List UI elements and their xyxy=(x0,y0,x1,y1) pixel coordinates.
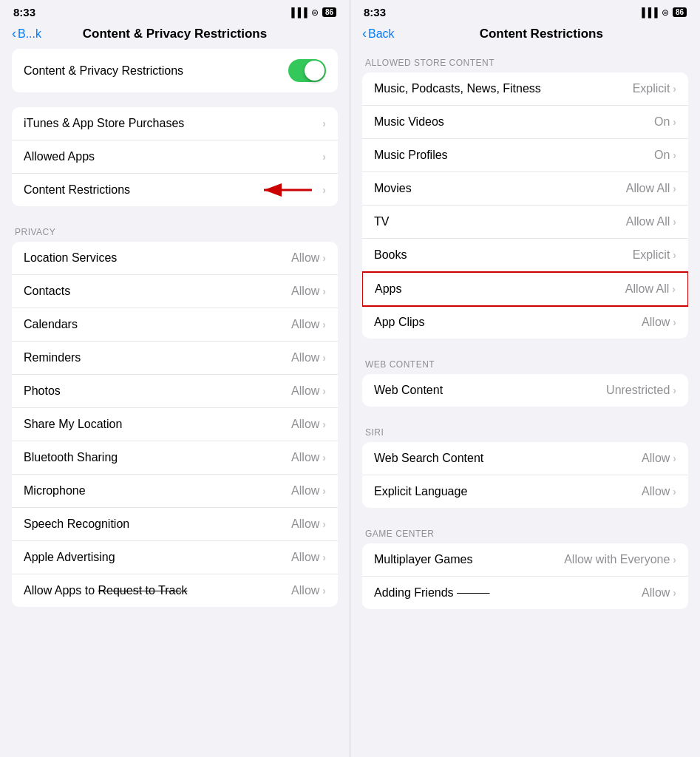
music-podcasts-label: Music, Podcasts, News, Fitness xyxy=(374,82,541,95)
allow-apps-track-label: Allow Apps to Request to Track xyxy=(24,584,187,597)
explicit-language-row[interactable]: Explicit Language Allow › xyxy=(362,475,688,508)
web-search-content-label: Web Search Content xyxy=(374,452,483,465)
music-podcasts-row[interactable]: Music, Podcasts, News, Fitness Explicit … xyxy=(362,72,688,106)
share-my-location-row[interactable]: Share My Location Allow › xyxy=(12,408,338,441)
speech-recognition-chevron: › xyxy=(322,518,326,530)
adding-friends-value: Allow xyxy=(642,586,670,600)
web-search-content-row[interactable]: Web Search Content Allow › xyxy=(362,442,688,475)
music-profiles-chevron: › xyxy=(673,149,676,161)
itunes-right: › xyxy=(322,118,326,129)
photos-label: Photos xyxy=(24,384,61,398)
calendars-row[interactable]: Calendars Allow › xyxy=(12,308,338,342)
toggle-section[interactable]: Content & Privacy Restrictions xyxy=(12,49,338,92)
game-center-group: Multiplayer Games Allow with Everyone › … xyxy=(362,543,688,609)
web-content-value: Unrestricted xyxy=(606,384,670,397)
music-videos-value: On xyxy=(654,115,670,129)
allow-apps-track-row[interactable]: Allow Apps to Request to Track Allow › xyxy=(12,574,338,607)
web-content-row[interactable]: Web Content Unrestricted › xyxy=(362,374,688,407)
tv-right: Allow All › xyxy=(626,215,676,228)
photos-chevron: › xyxy=(322,385,326,397)
wifi-icon-right: ⊜ xyxy=(662,7,669,18)
books-row[interactable]: Books Explicit › xyxy=(362,239,688,272)
location-services-chevron: › xyxy=(322,252,326,264)
toggle-switch[interactable] xyxy=(288,59,326,82)
content-restrictions-row[interactable]: Content Restrictions › xyxy=(12,174,338,206)
multiplayer-games-right: Allow with Everyone › xyxy=(564,553,676,566)
explicit-language-value: Allow xyxy=(642,485,670,498)
app-clips-value: Allow xyxy=(642,316,670,329)
allow-apps-track-chevron: › xyxy=(322,585,326,597)
microphone-row[interactable]: Microphone Allow › xyxy=(12,475,338,508)
content-restrictions-right: › xyxy=(322,184,326,196)
adding-friends-right: Allow › xyxy=(642,586,676,600)
signal-icon: ▐▐▐ xyxy=(288,7,307,18)
status-bar-left: 8:33 ▐▐▐ ⊜ 86 xyxy=(0,0,350,21)
page-title-left: Content & Privacy Restrictions xyxy=(12,27,338,41)
location-services-row[interactable]: Location Services Allow › xyxy=(12,242,338,275)
apps-label: Apps xyxy=(375,282,401,296)
multiplayer-games-row[interactable]: Multiplayer Games Allow with Everyone › xyxy=(362,543,688,577)
web-search-content-right: Allow › xyxy=(642,452,676,465)
tv-row[interactable]: TV Allow All › xyxy=(362,206,688,239)
left-panel: 8:33 ▐▐▐ ⊜ 86 ‹ B...k Content & Privacy … xyxy=(0,0,350,757)
content-restrictions-chevron: › xyxy=(322,184,326,196)
main-settings-group: iTunes & App Store Purchases › Allowed A… xyxy=(12,107,338,206)
photos-right: Allow › xyxy=(291,384,326,398)
share-my-location-value: Allow xyxy=(291,418,319,431)
movies-row[interactable]: Movies Allow All › xyxy=(362,172,688,206)
music-videos-row[interactable]: Music Videos On › xyxy=(362,106,688,139)
reminders-value: Allow xyxy=(291,351,319,364)
game-center-header: GAME CENTER xyxy=(362,523,688,543)
photos-row[interactable]: Photos Allow › xyxy=(12,375,338,408)
web-search-content-value: Allow xyxy=(642,452,670,465)
music-podcasts-value: Explicit xyxy=(633,82,670,95)
app-clips-row[interactable]: App Clips Allow › xyxy=(362,306,688,339)
speech-recognition-row[interactable]: Speech Recognition Allow › xyxy=(12,508,338,541)
siri-group: Web Search Content Allow › Explicit Lang… xyxy=(362,442,688,508)
allow-apps-track-right: Allow › xyxy=(291,584,326,597)
music-profiles-label: Music Profiles xyxy=(374,149,448,162)
apps-row[interactable]: Apps Allow All › xyxy=(362,271,688,307)
bluetooth-sharing-row[interactable]: Bluetooth Sharing Allow › xyxy=(12,441,338,475)
apple-advertising-row[interactable]: Apple Advertising Allow › xyxy=(12,541,338,574)
adding-friends-row[interactable]: Adding Friends Allow › xyxy=(362,577,688,609)
contacts-row[interactable]: Contacts Allow › xyxy=(12,275,338,308)
web-content-label: Web Content xyxy=(374,384,443,397)
web-search-content-chevron: › xyxy=(673,452,676,464)
toggle-label: Content & Privacy Restrictions xyxy=(24,64,183,78)
back-button-right[interactable]: ‹ Back xyxy=(362,26,395,41)
contacts-right: Allow › xyxy=(291,285,326,298)
reminders-row[interactable]: Reminders Allow › xyxy=(12,342,338,375)
signal-icon-right: ▐▐▐ xyxy=(639,7,658,18)
privacy-settings-group: Location Services Allow › Contacts Allow… xyxy=(12,242,338,607)
content-left: Content & Privacy Restrictions iTunes & … xyxy=(0,49,350,757)
allowed-apps-row[interactable]: Allowed Apps › xyxy=(12,140,338,174)
calendars-right: Allow › xyxy=(291,318,326,331)
siri-header: SIRI xyxy=(362,421,688,442)
adding-friends-label: Adding Friends xyxy=(374,586,490,600)
calendars-label: Calendars xyxy=(24,318,78,331)
app-clips-right: Allow › xyxy=(642,316,676,329)
bluetooth-sharing-label: Bluetooth Sharing xyxy=(24,451,118,464)
allowed-apps-right: › xyxy=(322,151,326,163)
status-time-left: 8:33 xyxy=(13,6,35,18)
explicit-language-chevron: › xyxy=(673,486,676,498)
music-videos-chevron: › xyxy=(673,116,676,128)
microphone-label: Microphone xyxy=(24,484,86,498)
apps-chevron: › xyxy=(672,283,676,295)
battery-badge-right: 86 xyxy=(673,7,687,17)
music-profiles-row[interactable]: Music Profiles On › xyxy=(362,139,688,172)
page-title-right: Content Restrictions xyxy=(395,27,688,41)
itunes-row[interactable]: iTunes & App Store Purchases › xyxy=(12,107,338,140)
tv-value: Allow All xyxy=(626,215,670,228)
allowed-store-group: Music, Podcasts, News, Fitness Explicit … xyxy=(362,72,688,339)
wifi-icon: ⊜ xyxy=(311,7,319,18)
battery-badge-left: 86 xyxy=(322,7,336,17)
reminders-label: Reminders xyxy=(24,351,81,364)
explicit-language-right: Allow › xyxy=(642,485,676,498)
microphone-chevron: › xyxy=(322,485,326,497)
contacts-chevron: › xyxy=(322,285,326,297)
bluetooth-sharing-right: Allow › xyxy=(291,451,326,464)
content-right: ALLOWED STORE CONTENT Music, Podcasts, N… xyxy=(350,49,700,757)
calendars-chevron: › xyxy=(322,319,326,330)
